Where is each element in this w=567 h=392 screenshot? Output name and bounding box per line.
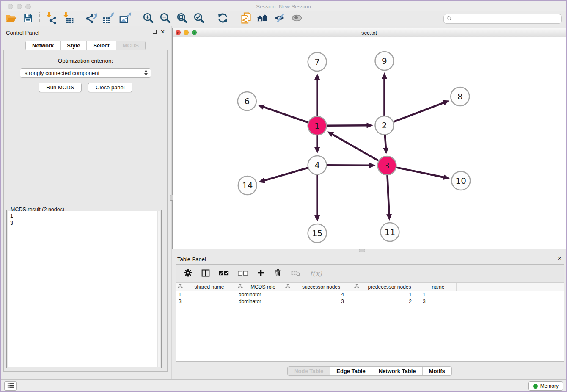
graph-edge-1-6[interactable]	[263, 107, 308, 122]
unchecked-boxes-icon	[238, 271, 248, 277]
list-icon	[7, 383, 14, 389]
tab-edge-table[interactable]: Edge Table	[330, 367, 372, 375]
import-table-button[interactable]	[60, 12, 77, 25]
close-panel-icon[interactable]: ✕	[160, 30, 165, 34]
cell-name[interactable]: 3	[420, 298, 457, 304]
tab-network[interactable]: Network	[26, 41, 61, 50]
session-title: Session: New Session	[0, 3, 567, 10]
zoom-in-button[interactable]	[140, 12, 157, 25]
delete-row-button[interactable]	[274, 267, 282, 280]
graph-edge-2-8[interactable]	[394, 102, 444, 122]
export-table-button[interactable]	[100, 12, 117, 25]
graph-edge-2-3[interactable]	[385, 135, 386, 149]
eye-icon	[290, 11, 303, 26]
network-canvas[interactable]: 7968124314101511	[173, 37, 566, 249]
table-row[interactable]: 1 dominator 4 1 1	[176, 291, 564, 298]
export-network-button[interactable]	[83, 12, 100, 25]
tab-network-table[interactable]: Network Table	[372, 367, 423, 375]
float-table-panel-icon[interactable]	[550, 257, 553, 260]
cell-shared-name[interactable]: 3	[176, 298, 236, 304]
show-all-button[interactable]	[288, 12, 305, 25]
deselect-all-button[interactable]	[238, 267, 248, 280]
open-session-button[interactable]	[3, 12, 19, 25]
zoom-selected-button[interactable]	[191, 12, 208, 25]
cell-name[interactable]: 1	[420, 292, 457, 298]
import-table-icon	[62, 11, 75, 26]
graph-edge-4-3[interactable]	[327, 165, 370, 166]
cell-successor-nodes[interactable]: 4	[284, 292, 352, 298]
control-panel-tabs: Network Style Select MCDS	[25, 41, 146, 50]
graph-node-label: 1	[314, 121, 320, 131]
result-scrollbar[interactable]	[157, 211, 160, 367]
graph-edge-3-11[interactable]	[387, 175, 389, 215]
table-panel: Table Panel ✕	[172, 253, 567, 379]
tab-motifs[interactable]: Motifs	[423, 367, 451, 375]
select-all-button[interactable]	[219, 267, 229, 280]
table-panel-title: Table Panel	[177, 256, 206, 262]
tab-node-table[interactable]: Node Table	[288, 367, 330, 375]
copy-network-button[interactable]	[237, 12, 254, 25]
graph-edge-4-14[interactable]	[264, 168, 308, 180]
cell-predecessor-nodes[interactable]: 1	[352, 292, 420, 298]
graph-node-label: 4	[314, 160, 320, 170]
hide-selected-button[interactable]	[271, 12, 288, 25]
zoom-fit-button[interactable]	[174, 12, 191, 25]
home-layout-button[interactable]	[254, 12, 271, 25]
zoom-out-icon	[159, 12, 172, 26]
delete-table-button[interactable]	[291, 267, 301, 280]
tab-select[interactable]: Select	[87, 41, 116, 50]
export-network-icon	[85, 11, 98, 26]
task-history-button[interactable]	[4, 381, 17, 391]
column-header-mcds-role[interactable]: MCDS role	[236, 283, 284, 291]
open-folder-icon	[5, 12, 17, 26]
float-panel-icon[interactable]	[153, 30, 157, 34]
function-builder-button[interactable]: f(x)	[310, 267, 322, 280]
table-row[interactable]: 3 dominator 3 2 3	[176, 298, 564, 305]
panel-splitter-grip[interactable]	[170, 195, 173, 201]
mcds-result-textarea[interactable]: 1 3	[8, 211, 160, 367]
table-settings-button[interactable]	[184, 267, 193, 280]
graph-edge-3-10[interactable]	[396, 168, 444, 177]
memory-status-icon	[533, 384, 538, 389]
network-graph[interactable]: 7968124314101511	[173, 37, 566, 249]
cell-successor-nodes[interactable]: 3	[284, 298, 352, 304]
column-header-predecessor-nodes[interactable]: predecessor nodes	[352, 283, 420, 291]
window-titlebar: Session: New Session	[0, 1, 567, 11]
column-header-successor-nodes[interactable]: successor nodes	[284, 283, 352, 291]
graph-edge-1-2[interactable]	[327, 125, 368, 126]
column-header-name[interactable]: name	[420, 283, 457, 291]
graph-node-label: 2	[382, 120, 387, 130]
houses-icon	[256, 11, 270, 26]
export-image-button[interactable]	[117, 12, 134, 25]
graph-edge-arrowhead	[386, 214, 392, 221]
gear-icon	[184, 268, 193, 279]
network-window-titlebar[interactable]: ✕ − + scc.txt	[173, 28, 566, 37]
graph-edge-3-1[interactable]	[332, 134, 378, 161]
cell-shared-name[interactable]: 1	[176, 292, 236, 298]
tab-style[interactable]: Style	[61, 41, 87, 50]
run-mcds-button[interactable]: Run MCDS	[39, 83, 82, 92]
cell-predecessor-nodes[interactable]: 2	[352, 298, 420, 304]
close-panel-button[interactable]: Close panel	[88, 83, 132, 92]
import-network-button[interactable]	[43, 12, 60, 25]
export-image-icon	[118, 11, 132, 26]
cell-mcds-role[interactable]: dominator	[236, 292, 284, 298]
search-icon	[446, 15, 452, 23]
save-session-button[interactable]	[19, 12, 36, 25]
graph-edge-arrowhead	[369, 163, 375, 168]
zoom-out-button[interactable]	[157, 12, 174, 25]
refresh-button[interactable]	[214, 12, 231, 25]
horizontal-splitter-grip[interactable]	[359, 249, 365, 252]
search-input[interactable]	[452, 16, 561, 22]
close-table-panel-icon[interactable]: ✕	[557, 256, 562, 261]
table-columns-button[interactable]	[201, 267, 210, 280]
tab-mcds[interactable]: MCDS	[116, 41, 145, 50]
column-header-shared-name[interactable]: shared name	[176, 283, 236, 291]
dropdown-stepper-icon	[144, 70, 148, 75]
add-row-button[interactable]	[257, 267, 265, 280]
criterion-dropdown[interactable]: strongly connected component	[20, 68, 151, 78]
cell-mcds-role[interactable]: dominator	[236, 298, 284, 304]
memory-button[interactable]: Memory	[528, 381, 563, 391]
search-box[interactable]	[443, 14, 562, 24]
graph-edge-arrowhead	[443, 100, 449, 105]
